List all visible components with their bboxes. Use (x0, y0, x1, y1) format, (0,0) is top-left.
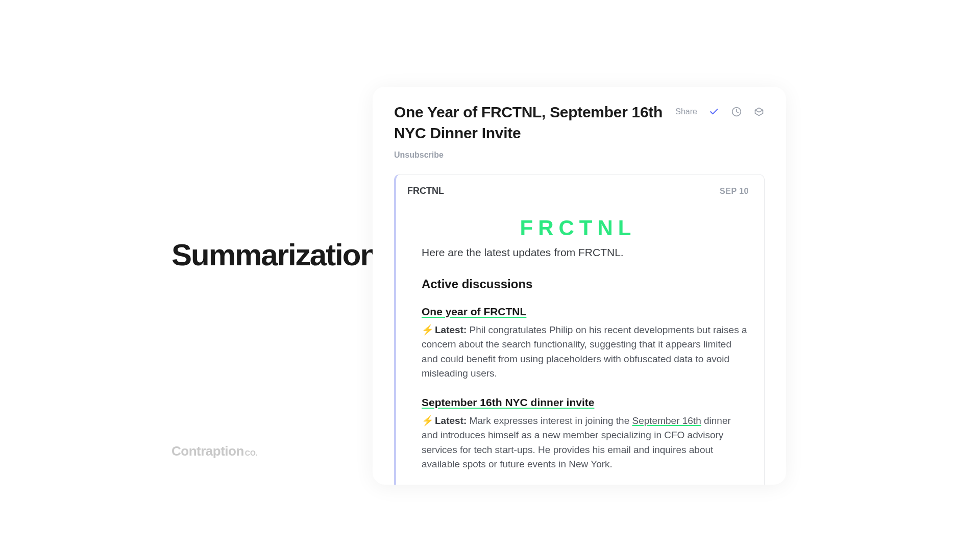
email-card: One Year of FRCTNL, September 16th NYC D… (373, 87, 786, 485)
bolt-icon: ⚡ (422, 415, 434, 426)
share-button[interactable]: Share (675, 107, 697, 116)
discussion-text-pre: Mark expresses interest in joining the (467, 415, 632, 426)
latest-label: Latest: (435, 415, 467, 426)
discussion-body: ⚡Latest: Phil congratulates Philip on hi… (422, 323, 749, 381)
discussion-item: September 16th NYC dinner invite ⚡Latest… (407, 396, 749, 472)
message-logo: FRCTNL (407, 216, 749, 240)
email-subject: One Year of FRCTNL, September 16th NYC D… (394, 102, 670, 143)
brand-main: Contraption (172, 443, 244, 459)
discussion-item: One year of FRCTNL ⚡Latest: Phil congrat… (407, 306, 749, 381)
discussion-text: Phil congratulates Philip on his recent … (422, 324, 747, 379)
discussion-title-link[interactable]: One year of FRCTNL (422, 306, 526, 318)
latest-label: Latest: (435, 324, 467, 335)
left-panel: Summarization Contraptionco. (122, 66, 373, 485)
message-block: FRCTNL SEP 10 FRCTNL Here are the latest… (394, 174, 765, 485)
brand-logo: Contraptionco. (172, 443, 258, 459)
intro-text: Here are the latest updates from FRCTNL. (407, 244, 749, 261)
frctnl-logo-text: FRCTNL (520, 216, 636, 240)
clock-icon[interactable] (731, 106, 742, 117)
archive-icon[interactable] (753, 106, 765, 117)
sender-name: FRCTNL (407, 186, 444, 196)
check-icon[interactable] (708, 106, 720, 117)
section-title: Active discussions (407, 277, 749, 291)
headline-text: Summarization (172, 240, 373, 270)
discussion-title-link[interactable]: September 16th NYC dinner invite (422, 396, 594, 409)
inline-date-link[interactable]: September 16th (632, 415, 701, 426)
discussion-body: ⚡Latest: Mark expresses interest in join… (422, 414, 749, 472)
header-actions: Share (675, 106, 765, 117)
message-meta: FRCTNL SEP 10 (407, 186, 749, 196)
bolt-icon: ⚡ (422, 324, 434, 335)
message-date: SEP 10 (720, 187, 749, 196)
card-header: One Year of FRCTNL, September 16th NYC D… (394, 102, 765, 143)
unsubscribe-link[interactable]: Unsubscribe (394, 151, 444, 160)
brand-suffix: co. (245, 449, 258, 457)
